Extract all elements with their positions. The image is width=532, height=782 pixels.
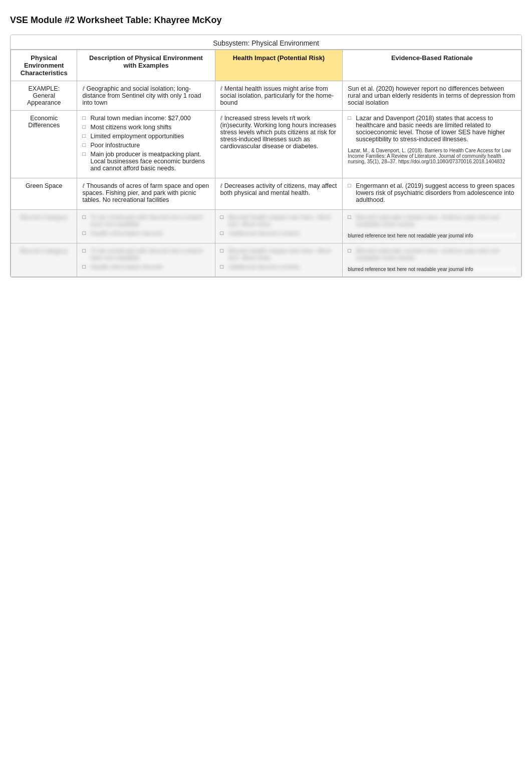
- col-header-1: Physical Environment Characteristics: [11, 50, 77, 81]
- table-row: Economic DifferencesRural town median in…: [11, 111, 521, 178]
- category-cell: Blurred Category: [11, 210, 77, 243]
- health-impact-cell: Blurred health impact text here. More te…: [215, 243, 343, 277]
- rationale-cell: Engermann et al. (2019) suggest access t…: [343, 178, 521, 210]
- table-row: EXAMPLE: General AppearanceℓGeographic a…: [11, 81, 521, 111]
- health-impact-cell: ℓMental health issues might arise from s…: [215, 81, 343, 111]
- health-impact-cell: Blurred health impact text here. More te…: [215, 210, 343, 243]
- table-row: Green SpaceℓThousands of acres of farm s…: [11, 178, 521, 210]
- description-cell: Rural town median income: $27,000Most ci…: [77, 111, 215, 178]
- category-cell: EXAMPLE: General Appearance: [11, 81, 77, 111]
- description-cell: ℓThousands of acres of farm space and op…: [77, 178, 215, 210]
- rationale-cell: Blurred rationale content here. Authors …: [343, 210, 521, 243]
- col-header-4: Evidence-Based Rationale: [343, 50, 521, 81]
- health-impact-cell: ℓDecreases activity of citizens, may aff…: [215, 178, 343, 210]
- rationale-cell: Lazar and Davenport (2018) states that a…: [343, 111, 521, 178]
- rationale-reference: Lazar, M., & Davenport, L. (2018). Barri…: [348, 148, 516, 164]
- subsystem-header: Subsystem: Physical Environment: [11, 35, 521, 50]
- description-cell: ℓGeographic and social isolation; long-d…: [77, 81, 215, 111]
- category-cell: Economic Differences: [11, 111, 77, 178]
- col-header-3: Health Impact (Potential Risk): [215, 50, 343, 81]
- category-cell: Green Space: [11, 178, 77, 210]
- description-cell: To be continued with blurred text conten…: [77, 243, 215, 277]
- rationale-cell: Blurred rationale content here. Authors …: [343, 243, 521, 277]
- main-table: Physical Environment Characteristics Des…: [11, 50, 521, 277]
- rationale-cell: Sun et al. (2020) however report no diff…: [343, 81, 521, 111]
- description-cell: To be continued with blurred text conten…: [77, 210, 215, 243]
- health-impact-cell: ℓIncreased stress levels r/t work (in)se…: [215, 111, 343, 178]
- category-cell: Blurred Category: [11, 243, 77, 277]
- table-row: Blurred CategoryTo be continued with blu…: [11, 210, 521, 243]
- main-table-wrapper: Subsystem: Physical Environment Physical…: [10, 35, 522, 278]
- col-header-2: Description of Physical Environment with…: [77, 50, 215, 81]
- table-row: Blurred CategoryTo be continued with blu…: [11, 243, 521, 277]
- page-title: VSE Module #2 Worksheet Table: Khayree M…: [10, 15, 522, 26]
